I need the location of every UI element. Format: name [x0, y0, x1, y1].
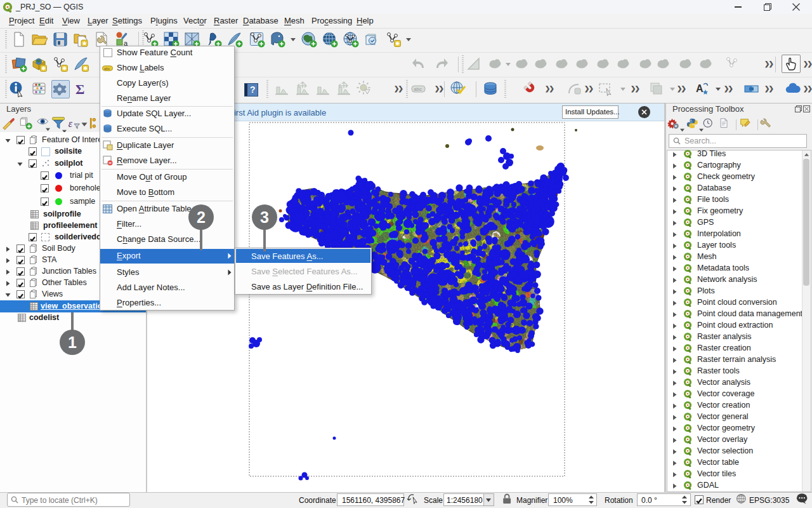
svg-text:Σ: Σ	[75, 81, 84, 97]
svg-text:abc: abc	[104, 67, 110, 70]
svg-text:abc: abc	[414, 86, 422, 92]
svg-text:A: A	[696, 83, 704, 94]
svg-text:ε: ε	[69, 118, 73, 129]
